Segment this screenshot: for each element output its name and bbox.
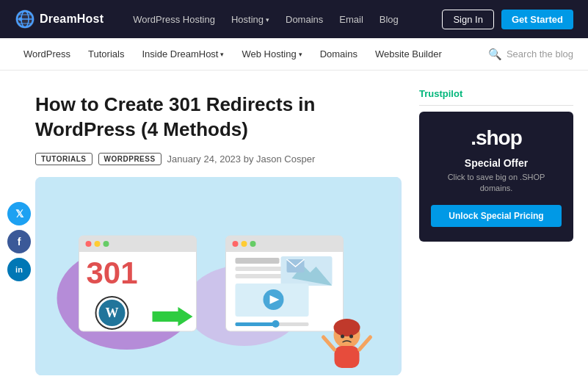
twitter-share-button[interactable]: 𝕏 [7,202,31,225]
svg-point-6 [19,18,23,21]
nav-domains[interactable]: Domains [286,14,323,25]
logo-text: DreamHost [40,12,104,26]
signin-button[interactable]: Sign In [442,10,493,29]
article-sidebar: Trustpilot .shop Special Offer Click to … [419,85,573,375]
logo-icon [15,9,35,29]
linkedin-share-button[interactable]: in [7,258,31,281]
sec-nav-inside-dreamhost[interactable]: Inside DreamHost ▾ [133,38,233,71]
search-area[interactable]: 🔍 Search the blog [488,48,573,61]
article-content: How to Create 301 Redirects in WordPress… [35,85,402,375]
sec-nav-website-builder[interactable]: Website Builder [366,38,451,71]
tag-wordpress[interactable]: WORDPRESS [98,153,161,165]
social-share-sidebar: 𝕏 f in [7,202,31,281]
sec-nav-wordpress[interactable]: WordPress [15,38,79,71]
svg-rect-37 [236,322,276,326]
facebook-share-button[interactable]: f [7,230,31,253]
inside-dreamhost-chevron-icon: ▾ [220,51,224,58]
svg-point-44 [341,334,344,338]
linkedin-icon: in [15,265,23,274]
svg-point-25 [242,241,247,247]
article-meta: TUTORIALS WORDPRESS January 24, 2023 by … [35,153,402,165]
article-hero-image: 301 W [35,177,402,375]
search-placeholder: Search the blog [507,48,573,59]
main-content: How to Create 301 Redirects in WordPress… [0,71,588,390]
top-nav-links: WordPress Hosting Hosting ▾ Domains Emai… [133,14,420,25]
trustpilot-label: Trustpilot [419,88,573,106]
sec-nav-tutorials[interactable]: Tutorials [79,38,133,71]
sec-nav-domains[interactable]: Domains [311,38,366,71]
svg-rect-27 [236,258,280,264]
nav-blog[interactable]: Blog [380,14,399,25]
top-nav-actions: Sign In Get Started [442,10,573,29]
shop-domain-text: .shop [431,126,562,150]
logo[interactable]: DreamHost [15,9,104,29]
svg-rect-41 [335,346,360,368]
sec-nav-web-hosting[interactable]: Web Hosting ▾ [233,38,311,71]
sec-nav-links: WordPress Tutorials Inside DreamHost ▾ W… [15,38,488,71]
svg-point-15 [104,241,109,247]
svg-point-14 [95,241,101,247]
shop-ad-box: .shop Special Offer Click to save big on… [419,112,573,242]
ad-offer-subtitle: Click to save big on .SHOP domains. [431,172,562,195]
nav-wordpress-hosting[interactable]: WordPress Hosting [133,14,215,25]
svg-point-38 [272,320,280,328]
svg-point-24 [233,241,239,247]
svg-point-13 [86,241,92,247]
svg-text:W: W [106,306,119,320]
svg-point-40 [334,319,360,336]
top-navigation: DreamHost WordPress Hosting Hosting ▾ Do… [0,0,588,38]
unlock-pricing-button[interactable]: Unlock Special Pricing [431,205,562,227]
svg-point-45 [349,334,353,338]
web-hosting-chevron-icon: ▾ [299,51,302,58]
hosting-chevron-icon: ▾ [266,16,269,24]
nav-hosting-dropdown[interactable]: Hosting ▾ [231,14,269,25]
hero-illustration: 301 W [35,177,402,375]
article-title: How to Create 301 Redirects in WordPress… [35,93,402,142]
search-icon: 🔍 [488,48,502,61]
svg-text:301: 301 [86,256,137,290]
article-date-author: January 24, 2023 by Jason Cosper [167,154,316,165]
twitter-icon: 𝕏 [15,208,23,220]
nav-email[interactable]: Email [339,14,363,25]
svg-point-26 [250,241,256,247]
secondary-navigation: WordPress Tutorials Inside DreamHost ▾ W… [0,38,588,71]
tag-tutorials[interactable]: TUTORIALS [35,153,92,165]
facebook-icon: f [18,236,21,248]
get-started-button[interactable]: Get Started [501,10,573,29]
ad-offer-title: Special Offer [431,157,562,169]
